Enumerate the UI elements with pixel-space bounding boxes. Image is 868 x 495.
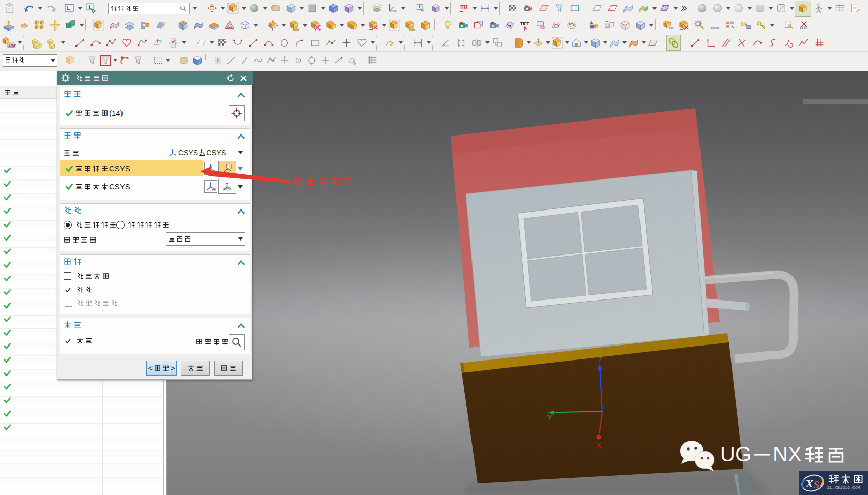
svg-text:S: S bbox=[813, 478, 819, 491]
svg-text:!: ! bbox=[296, 27, 297, 31]
svg-text:X: X bbox=[597, 442, 601, 449]
svg-text:TIFF: TIFF bbox=[520, 21, 529, 26]
svg-text:Z: Z bbox=[599, 356, 602, 364]
svg-text:i: i bbox=[89, 4, 90, 10]
svg-text:X: X bbox=[805, 477, 814, 490]
svg-text:Y: Y bbox=[547, 414, 552, 422]
svg-text:!: ! bbox=[412, 27, 413, 31]
